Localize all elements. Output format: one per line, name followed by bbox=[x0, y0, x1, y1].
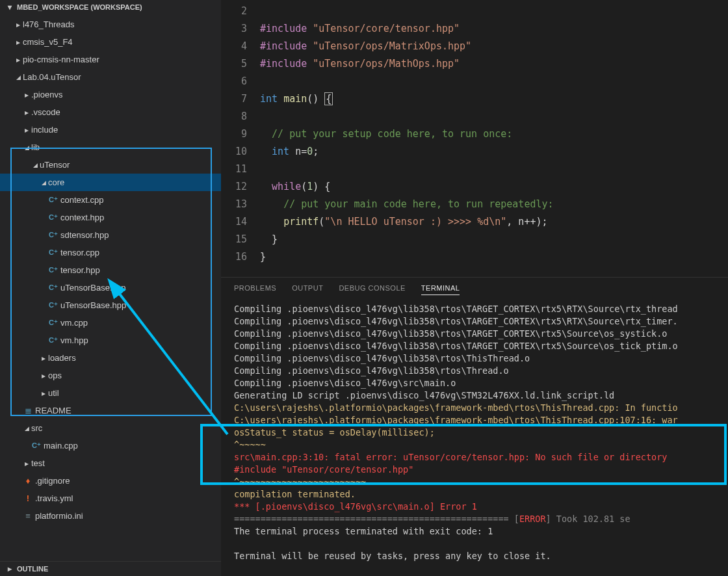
md-file-icon: ≣ bbox=[22, 406, 34, 415]
code-line[interactable] bbox=[260, 73, 728, 90]
tree-item-label: context.hpp bbox=[60, 213, 221, 222]
line-number: 12 bbox=[221, 178, 247, 196]
panel-tab-bar: PROBLEMSOUTPUTDEBUG CONSOLETERMINAL bbox=[221, 278, 728, 299]
code-line[interactable]: // put your setup code here, to run once… bbox=[260, 125, 728, 143]
folder-item[interactable]: ◢lib bbox=[0, 138, 221, 156]
folder-item[interactable]: ▸util bbox=[0, 384, 221, 402]
line-number: 3 bbox=[221, 20, 247, 38]
file-tree: ▸l476_Threads▸cmsis_v5_F4▸pio-cmsis-nn-m… bbox=[0, 14, 221, 526]
file-item[interactable]: ♦.gitignore bbox=[0, 472, 221, 490]
folder-item[interactable]: ◢src bbox=[0, 419, 221, 437]
code-line[interactable]: } bbox=[260, 248, 728, 266]
folder-item[interactable]: ▸.pioenvs bbox=[0, 86, 221, 103]
folder-item[interactable]: ◢Lab.04.uTensor bbox=[0, 68, 221, 86]
folder-item[interactable]: ▸ops bbox=[0, 367, 221, 384]
folder-item[interactable]: ▸cmsis_v5_F4 bbox=[0, 33, 221, 51]
file-item[interactable]: C⁺uTensorBase.cpp bbox=[0, 279, 221, 296]
panel-tab-debug-console[interactable]: DEBUG CONSOLE bbox=[339, 284, 405, 295]
code-line[interactable]: int main() { bbox=[260, 90, 728, 108]
panel-tab-terminal[interactable]: TERMINAL bbox=[421, 284, 460, 295]
folder-item[interactable]: ▸include bbox=[0, 121, 221, 138]
tree-item-label: uTensorBase.cpp bbox=[60, 283, 221, 293]
tree-item-label: ops bbox=[48, 371, 221, 380]
file-item[interactable]: ≣README bbox=[0, 402, 221, 419]
file-item[interactable]: C⁺vm.hpp bbox=[0, 332, 221, 349]
line-number: 7 bbox=[221, 90, 247, 108]
file-item[interactable]: ≡platformio.ini bbox=[0, 507, 221, 525]
file-item[interactable]: C⁺tensor.hpp bbox=[0, 261, 221, 279]
terminal-line: C:\users\rajeshs\.platformio\packages\fr… bbox=[234, 402, 728, 414]
cpp-file-icon: C⁺ bbox=[47, 231, 59, 239]
folder-item[interactable]: ▸pio-cmsis-nn-master bbox=[0, 51, 221, 68]
workspace-title: MBED_WORKSPACE (WORKSPACE) bbox=[17, 3, 142, 11]
workspace-header[interactable]: ▾ MBED_WORKSPACE (WORKSPACE) bbox=[0, 0, 221, 14]
chevron-down-icon: ◢ bbox=[22, 144, 31, 151]
tree-item-label: src bbox=[31, 423, 221, 433]
outline-header[interactable]: ▸ OUTLINE bbox=[0, 561, 221, 576]
terminal-line: Compiling .pioenvs\disco_l476vg\lib358\r… bbox=[234, 352, 728, 365]
file-item[interactable]: C⁺tensor.cpp bbox=[0, 244, 221, 261]
line-number: 2 bbox=[221, 3, 247, 20]
folder-item[interactable]: ▸loaders bbox=[0, 349, 221, 367]
line-number: 10 bbox=[221, 143, 247, 161]
file-item[interactable]: C⁺sdtensor.hpp bbox=[0, 226, 221, 244]
folder-item[interactable]: ▸test bbox=[0, 454, 221, 472]
cpp-file-icon: C⁺ bbox=[47, 196, 59, 204]
explorer-sidebar: ▾ MBED_WORKSPACE (WORKSPACE) ▸l476_Threa… bbox=[0, 0, 221, 576]
panel-tab-output[interactable]: OUTPUT bbox=[292, 284, 323, 295]
code-line[interactable] bbox=[260, 108, 728, 125]
line-number: 16 bbox=[221, 248, 247, 266]
terminal-line: Compiling .pioenvs\disco_l476vg\src\main… bbox=[234, 377, 728, 389]
cpp-file-icon: C⁺ bbox=[47, 336, 59, 345]
line-number: 9 bbox=[221, 125, 247, 143]
code-line[interactable]: printf("\n HELLO uTensor :) >>>> %d\n", … bbox=[260, 213, 728, 231]
terminal-line: Compiling .pioenvs\disco_l476vg\lib358\r… bbox=[234, 303, 728, 315]
panel-tab-problems[interactable]: PROBLEMS bbox=[234, 284, 276, 295]
code-content[interactable]: #include "uTensor/core/tensor.hpp"#inclu… bbox=[260, 3, 728, 277]
line-number: 6 bbox=[221, 73, 247, 90]
cpp-file-icon: C⁺ bbox=[47, 266, 59, 274]
chevron-down-icon: ◢ bbox=[14, 74, 23, 81]
tree-item-label: platformio.ini bbox=[35, 511, 221, 521]
folder-item[interactable]: ◢core bbox=[0, 174, 221, 191]
file-item[interactable]: C⁺context.hpp bbox=[0, 209, 221, 226]
code-line[interactable]: } bbox=[260, 231, 728, 248]
tree-item-label: test bbox=[31, 458, 221, 468]
terminal-line: Compiling .pioenvs\disco_l476vg\lib358\r… bbox=[234, 340, 728, 352]
code-line[interactable]: int n=0; bbox=[260, 143, 728, 161]
chevron-down-icon: ◢ bbox=[22, 425, 31, 432]
tree-item-label: core bbox=[48, 177, 221, 187]
cpp-file-icon: C⁺ bbox=[47, 319, 59, 327]
folder-item[interactable]: ▸l476_Threads bbox=[0, 16, 221, 33]
folder-item[interactable]: ◢uTensor bbox=[0, 156, 221, 174]
file-item[interactable]: C⁺uTensorBase.hpp bbox=[0, 296, 221, 314]
chevron-right-icon: ▸ bbox=[22, 90, 31, 99]
tree-item-label: .travis.yml bbox=[35, 493, 221, 503]
chevron-right-icon: ▸ bbox=[14, 20, 23, 29]
folder-item[interactable]: ▸.vscode bbox=[0, 103, 221, 121]
file-item[interactable]: !.travis.yml bbox=[0, 490, 221, 507]
terminal-line: Compiling .pioenvs\disco_l476vg\lib358\r… bbox=[234, 315, 728, 328]
code-line[interactable] bbox=[260, 161, 728, 178]
code-editor[interactable]: 2345678910111213141516 #include "uTensor… bbox=[221, 0, 728, 277]
code-line[interactable] bbox=[260, 3, 728, 20]
code-line[interactable]: while(1) { bbox=[260, 178, 728, 196]
line-number: 4 bbox=[221, 38, 247, 55]
code-line[interactable]: #include "uTensor/ops/MathOps.hpp" bbox=[260, 55, 728, 73]
terminal-output[interactable]: Compiling .pioenvs\disco_l476vg\lib358\r… bbox=[221, 299, 728, 576]
code-line[interactable]: // put your main code here, to run repea… bbox=[260, 196, 728, 213]
tree-item-label: uTensor bbox=[40, 160, 221, 170]
tree-item-label: include bbox=[31, 125, 221, 135]
line-number: 13 bbox=[221, 196, 247, 213]
file-item[interactable]: C⁺context.cpp bbox=[0, 191, 221, 209]
cpp-file-icon: C⁺ bbox=[31, 441, 42, 450]
file-item[interactable]: C⁺main.cpp bbox=[0, 437, 221, 454]
code-line[interactable]: #include "uTensor/ops/MatrixOps.hpp" bbox=[260, 38, 728, 55]
file-item[interactable]: C⁺vm.cpp bbox=[0, 314, 221, 332]
cpp-file-icon: C⁺ bbox=[47, 283, 59, 292]
terminal-line: Generating LD script .pioenvs\disco_l476… bbox=[234, 389, 728, 402]
terminal-line: Compiling .pioenvs\disco_l476vg\lib358\r… bbox=[234, 328, 728, 340]
ini-file-icon: ≡ bbox=[22, 511, 34, 521]
code-line[interactable]: #include "uTensor/core/tensor.hpp" bbox=[260, 20, 728, 38]
tree-item-label: tensor.hpp bbox=[60, 265, 221, 275]
